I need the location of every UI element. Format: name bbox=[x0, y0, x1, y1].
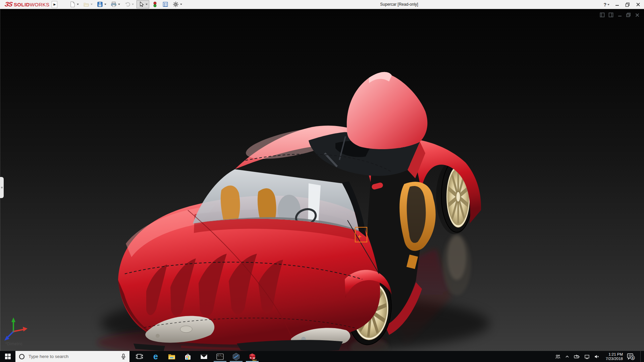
options-button[interactable] bbox=[173, 1, 182, 7]
hexagon-app-icon bbox=[232, 353, 240, 361]
doc-minimize-icon bbox=[618, 13, 622, 17]
network-button[interactable] bbox=[584, 354, 590, 359]
hexagon-app-button[interactable] bbox=[228, 351, 244, 362]
title-bar: ЗS SOLIDWORKS ▶ bbox=[0, 0, 644, 9]
tab-grip-dot bbox=[1, 187, 3, 188]
supercar-3d-model[interactable] bbox=[0, 9, 644, 351]
taskbar-app-buttons: e bbox=[131, 351, 260, 362]
menu-flyout-button[interactable]: ▶ bbox=[52, 1, 57, 8]
action-center-button[interactable]: 3 bbox=[627, 353, 635, 360]
store-icon bbox=[184, 353, 192, 361]
taskbar-search[interactable] bbox=[15, 351, 129, 362]
file-explorer-button[interactable] bbox=[164, 351, 180, 362]
mail-button[interactable] bbox=[196, 351, 212, 362]
rebuild-button[interactable] bbox=[152, 1, 158, 7]
doc-close-button[interactable] bbox=[634, 12, 640, 18]
standard-toolbar bbox=[69, 1, 182, 7]
save-dropdown-caret[interactable] bbox=[104, 4, 106, 5]
clock-date: 7/23/2018 bbox=[603, 357, 623, 361]
tray-overflow-button[interactable] bbox=[565, 354, 570, 359]
select-button[interactable] bbox=[137, 0, 149, 8]
search-input[interactable] bbox=[28, 354, 118, 359]
sw-letter-s: S bbox=[250, 356, 252, 359]
options-dropdown-caret[interactable] bbox=[180, 4, 182, 5]
print-button[interactable] bbox=[111, 1, 120, 7]
undo-icon bbox=[124, 1, 130, 7]
logo-text-light: WORKS bbox=[30, 2, 50, 7]
battery-charging-icon bbox=[574, 354, 580, 359]
doc-close-icon bbox=[635, 13, 640, 17]
action-center-icon: 3 bbox=[627, 353, 635, 360]
open-dropdown-caret[interactable] bbox=[91, 4, 93, 5]
network-icon bbox=[584, 354, 590, 359]
sw-year: 2017 bbox=[253, 359, 257, 361]
edge-icon: e bbox=[153, 352, 158, 361]
file-properties-button[interactable] bbox=[162, 1, 168, 7]
taskbar-clock[interactable]: 1:21 PM 7/23/2018 bbox=[603, 352, 623, 361]
cmd-prompt-text: C:\_ bbox=[218, 355, 223, 357]
undo-button[interactable] bbox=[124, 1, 134, 7]
document-title: Supercar [Read-only] bbox=[380, 2, 418, 7]
system-tray: 1:21 PM 7/23/2018 3 bbox=[555, 351, 644, 362]
minimize-icon bbox=[615, 2, 620, 7]
pane-left-button[interactable] bbox=[599, 12, 605, 18]
logo-text-bold: SOLID bbox=[14, 2, 30, 7]
new-dropdown-caret[interactable] bbox=[77, 4, 79, 5]
select-dropdown-caret[interactable] bbox=[146, 4, 148, 5]
battery-button[interactable] bbox=[574, 354, 580, 359]
volume-muted-icon bbox=[594, 354, 600, 359]
edge-button[interactable]: e bbox=[148, 351, 164, 362]
save-icon bbox=[97, 1, 103, 7]
document-window-controls bbox=[599, 12, 640, 18]
window-controls: ? bbox=[603, 0, 641, 9]
people-button[interactable] bbox=[555, 354, 561, 359]
graphics-viewport[interactable]: *Dimetric bbox=[0, 9, 644, 351]
mail-icon bbox=[200, 353, 208, 361]
show-desktop-button[interactable] bbox=[640, 351, 643, 362]
chevron-up-icon bbox=[565, 354, 570, 359]
task-view-icon bbox=[136, 353, 144, 360]
windows-taskbar: e bbox=[0, 351, 644, 362]
start-button[interactable] bbox=[0, 351, 15, 362]
people-icon bbox=[555, 354, 561, 359]
view-orientation-label: *Dimetric bbox=[5, 342, 22, 346]
reference-triad bbox=[4, 317, 28, 341]
doc-minimize-button[interactable] bbox=[617, 12, 623, 18]
doc-restore-button[interactable] bbox=[626, 12, 631, 18]
close-button[interactable] bbox=[635, 2, 641, 7]
store-button[interactable] bbox=[180, 351, 196, 362]
close-icon bbox=[636, 2, 640, 7]
volume-button[interactable] bbox=[594, 354, 600, 359]
flyout-arrow-icon: ▶ bbox=[53, 3, 56, 6]
undo-dropdown-caret[interactable] bbox=[132, 4, 134, 5]
ds-logo-icon: ЗS bbox=[4, 1, 13, 8]
microphone-icon[interactable] bbox=[121, 354, 126, 360]
solidworks-app-button[interactable]: S W 2017 bbox=[244, 351, 260, 362]
save-button[interactable] bbox=[97, 1, 106, 7]
windows-logo-icon bbox=[5, 354, 11, 359]
feature-manager-collapsed-tab[interactable] bbox=[0, 177, 4, 198]
clock-time: 1:21 PM bbox=[603, 352, 623, 357]
help-icon: ? bbox=[603, 2, 606, 7]
pane-left-icon bbox=[600, 12, 605, 17]
pane-right-button[interactable] bbox=[608, 12, 614, 18]
command-prompt-button[interactable]: C:\_ bbox=[212, 351, 228, 362]
notification-count: 3 bbox=[632, 356, 634, 359]
new-document-button[interactable] bbox=[69, 1, 79, 7]
help-button[interactable]: ? bbox=[603, 2, 609, 7]
task-view-button[interactable] bbox=[131, 351, 148, 362]
doc-restore-icon bbox=[626, 12, 631, 17]
rebuild-traffic-light-icon bbox=[152, 1, 158, 7]
select-cursor-icon bbox=[138, 1, 144, 7]
open-button[interactable] bbox=[83, 1, 93, 7]
pane-right-icon bbox=[608, 12, 613, 17]
solidworks-app-icon: S W 2017 bbox=[248, 352, 257, 361]
minimize-button[interactable] bbox=[614, 2, 620, 7]
restore-button[interactable] bbox=[625, 2, 630, 7]
file-explorer-icon bbox=[168, 353, 176, 361]
options-gear-icon bbox=[173, 1, 179, 7]
print-dropdown-caret[interactable] bbox=[118, 4, 120, 5]
restore-icon bbox=[625, 2, 630, 7]
cortana-icon bbox=[19, 354, 25, 360]
help-dropdown-caret[interactable] bbox=[607, 4, 609, 5]
